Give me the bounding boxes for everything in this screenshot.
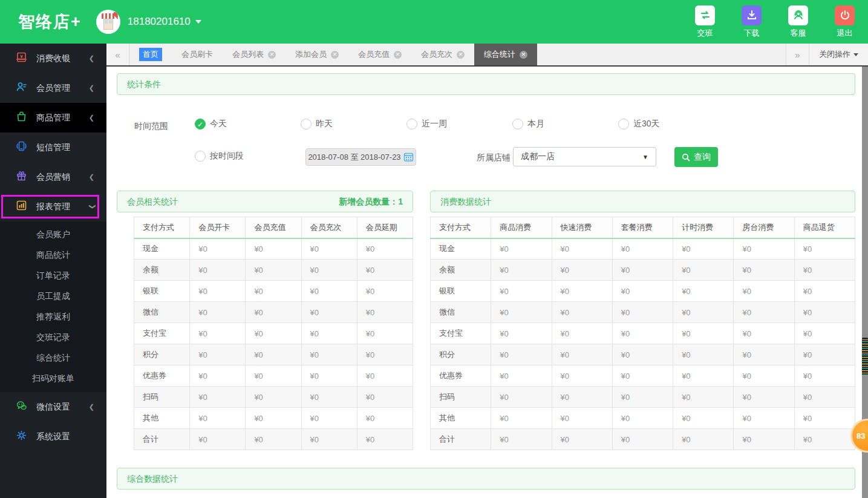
submenu-item[interactable]: 扫码对账单 xyxy=(0,368,106,388)
avatar xyxy=(96,10,120,34)
amount-cell: ¥0 xyxy=(357,238,413,260)
amount-cell: ¥0 xyxy=(734,344,794,365)
sidebar-item-label: 系统设置 xyxy=(36,431,70,442)
payment-method-cell: 优惠券 xyxy=(431,365,491,387)
amount-cell: ¥0 xyxy=(491,302,552,323)
table-row: 现金¥0¥0¥0¥0¥0¥0 xyxy=(431,238,855,260)
tab-scroll-left-button[interactable]: « xyxy=(106,44,129,65)
tab-会员列表[interactable]: 会员列表✕ xyxy=(223,44,286,65)
submenu-item[interactable]: 综合统计 xyxy=(0,347,106,368)
radio-circle-icon xyxy=(301,119,312,129)
date-range-input[interactable]: 2018-07-08 至 2018-07-23 xyxy=(305,148,416,166)
radio-circle-icon xyxy=(406,119,417,129)
download-button[interactable]: 下载 xyxy=(742,5,762,39)
sidebar-item-gift[interactable]: 会员营销❮ xyxy=(0,162,106,192)
submenu-item[interactable]: 会员账户 xyxy=(0,224,106,244)
goods-icon xyxy=(16,111,27,125)
radio-本月[interactable]: 本月 xyxy=(512,119,618,129)
payment-method-cell: 银联 xyxy=(134,281,190,302)
search-button[interactable]: 查询 xyxy=(674,147,718,167)
tab-close-icon[interactable]: ✕ xyxy=(331,51,339,59)
amount-cell: ¥0 xyxy=(734,408,794,429)
tab-scroll-right-button[interactable]: » xyxy=(786,44,809,65)
payment-method-cell: 余额 xyxy=(134,260,190,281)
chart-icon xyxy=(16,200,27,214)
amount-cell: ¥0 xyxy=(301,365,357,387)
headset-button[interactable]: 客服 xyxy=(788,5,808,39)
amount-cell: ¥0 xyxy=(190,302,246,323)
panel-title: 综合数据统计 xyxy=(127,468,178,489)
radio-label: 本月 xyxy=(527,119,544,129)
tab-会员充值[interactable]: 会员充值✕ xyxy=(348,44,411,65)
amount-cell: ¥0 xyxy=(357,387,413,408)
tab-close-icon[interactable]: ✕ xyxy=(268,51,276,59)
radio-近30天[interactable]: 近30天 xyxy=(618,119,724,129)
tab-close-icon[interactable]: ✕ xyxy=(394,51,402,59)
svg-text:¥: ¥ xyxy=(20,54,23,59)
radio-by-period[interactable]: 按时间段 xyxy=(195,151,301,162)
tab-添加会员[interactable]: 添加会员✕ xyxy=(286,44,348,65)
calendar-icon xyxy=(403,152,414,162)
radio-昨天[interactable]: 昨天 xyxy=(301,119,406,129)
payment-method-cell: 支付宝 xyxy=(431,323,491,344)
amount-cell: ¥0 xyxy=(612,387,673,408)
tab-会员刷卡[interactable]: 会员刷卡 xyxy=(172,44,223,65)
sidebar-item-member[interactable]: 会员管理❮ xyxy=(0,73,106,103)
tab-close-icon[interactable]: ✕ xyxy=(457,51,465,59)
amount-cell: ¥0 xyxy=(357,344,413,365)
store-select-value: 成都一店 xyxy=(521,151,555,162)
tab-首页[interactable]: 首页 xyxy=(129,44,172,65)
sidebar-item-chart[interactable]: 报表管理❮ xyxy=(0,192,106,221)
user-menu[interactable]: 18180201610 xyxy=(96,10,201,34)
submenu-item[interactable]: 商品统计 xyxy=(0,244,106,265)
submenu-item[interactable]: 交班记录 xyxy=(0,327,106,347)
swap-button[interactable]: 交班 xyxy=(695,5,715,39)
tab-综合统计[interactable]: 综合统计✕ xyxy=(474,44,537,65)
report-submenu: 会员账户商品统计订单记录员工提成推荐返利交班记录综合统计扫码对账单 xyxy=(0,221,106,392)
tab-bar: « 首页会员刷卡会员列表✕添加会员✕会员充值✕会员充次✕综合统计✕ » 关闭操作 xyxy=(106,44,868,67)
radio-近一周[interactable]: 近一周 xyxy=(406,119,512,129)
power-button[interactable]: 退出 xyxy=(835,5,855,39)
amount-cell: ¥0 xyxy=(794,387,855,408)
amount-cell: ¥0 xyxy=(673,323,734,344)
sidebar-item-sms[interactable]: 短信管理 xyxy=(0,133,106,162)
sidebar-item-cash-register[interactable]: ¥消费收银❮ xyxy=(0,44,106,73)
sidebar-item-gear[interactable]: 系统设置 xyxy=(0,422,106,451)
sidebar-item-wechat[interactable]: 微信设置❮ xyxy=(0,392,106,422)
amount-cell: ¥0 xyxy=(301,281,357,302)
sidebar-item-goods[interactable]: 商品管理❮ xyxy=(0,103,106,133)
tab-会员充次[interactable]: 会员充次✕ xyxy=(411,44,474,65)
amount-cell: ¥0 xyxy=(734,238,794,260)
table-row: 积分¥0¥0¥0¥0 xyxy=(134,344,413,365)
amount-cell: ¥0 xyxy=(673,365,734,387)
tab-close-icon[interactable]: ✕ xyxy=(520,51,527,59)
payment-method-cell: 微信 xyxy=(431,302,491,323)
tab-label: 添加会员 xyxy=(295,49,327,60)
sidebar-bottom-menu: 微信设置❮系统设置 xyxy=(0,392,106,451)
table-row: 银联¥0¥0¥0¥0¥0¥0 xyxy=(431,281,855,302)
amount-cell: ¥0 xyxy=(552,260,612,281)
column-header: 会员充次 xyxy=(301,217,357,238)
column-header: 会员开卡 xyxy=(190,217,246,238)
submenu-item[interactable]: 推荐返利 xyxy=(0,306,106,327)
amount-cell: ¥0 xyxy=(491,387,552,408)
badge-count: 83 xyxy=(857,431,865,441)
table-row: 优惠券¥0¥0¥0¥0¥0¥0 xyxy=(431,365,855,387)
amount-cell: ¥0 xyxy=(491,429,552,450)
radio-今天[interactable]: ✓今天 xyxy=(195,119,301,129)
amount-cell: ¥0 xyxy=(794,260,855,281)
amount-cell: ¥0 xyxy=(794,323,855,344)
payment-method-cell: 现金 xyxy=(431,238,491,260)
scrollbar-thumb[interactable] xyxy=(862,338,868,375)
submenu-item[interactable]: 订单记录 xyxy=(0,265,106,286)
store-select[interactable]: 成都一店 ▼ xyxy=(513,147,656,166)
tab-bar-right: » 关闭操作 xyxy=(786,44,868,65)
radio-circle-icon xyxy=(512,119,523,129)
column-header: 套餐消费 xyxy=(612,217,673,238)
close-operations-button[interactable]: 关闭操作 xyxy=(809,44,868,65)
time-range-label: 时间范围 xyxy=(134,121,168,132)
submenu-item[interactable]: 员工提成 xyxy=(0,286,106,306)
header-actions: 交班下载客服退出 xyxy=(695,5,855,39)
amount-cell: ¥0 xyxy=(190,408,246,429)
action-label: 退出 xyxy=(837,28,853,39)
